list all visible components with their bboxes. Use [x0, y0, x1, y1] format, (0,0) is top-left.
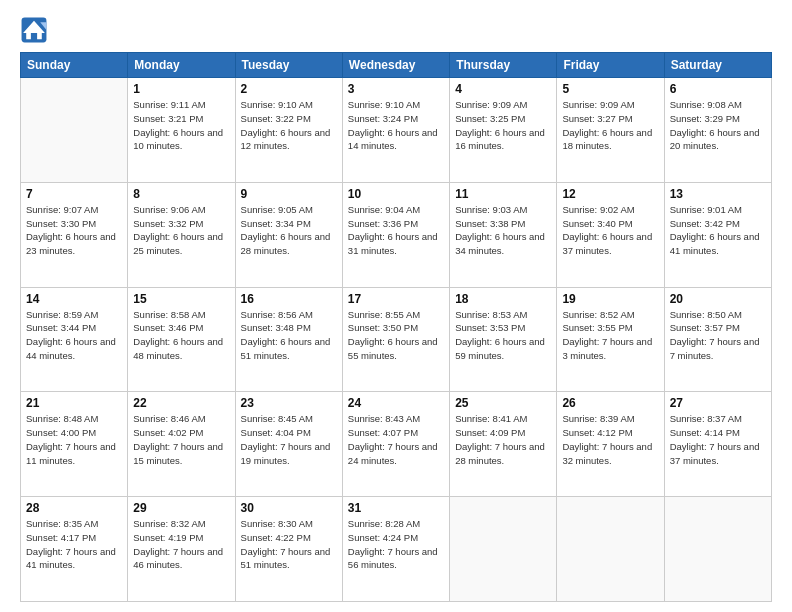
- day-number: 29: [133, 501, 229, 515]
- calendar-cell: 28Sunrise: 8:35 AMSunset: 4:17 PMDayligh…: [21, 497, 128, 602]
- day-number: 9: [241, 187, 337, 201]
- logo: [20, 16, 52, 44]
- day-info: Sunrise: 8:50 AMSunset: 3:57 PMDaylight:…: [670, 308, 766, 363]
- weekday-header: Thursday: [450, 53, 557, 78]
- calendar-cell: 17Sunrise: 8:55 AMSunset: 3:50 PMDayligh…: [342, 287, 449, 392]
- calendar-cell: [664, 497, 771, 602]
- day-info: Sunrise: 8:55 AMSunset: 3:50 PMDaylight:…: [348, 308, 444, 363]
- day-info: Sunrise: 9:10 AMSunset: 3:24 PMDaylight:…: [348, 98, 444, 153]
- day-info: Sunrise: 9:09 AMSunset: 3:25 PMDaylight:…: [455, 98, 551, 153]
- day-info: Sunrise: 8:41 AMSunset: 4:09 PMDaylight:…: [455, 412, 551, 467]
- day-number: 13: [670, 187, 766, 201]
- calendar-cell: 6Sunrise: 9:08 AMSunset: 3:29 PMDaylight…: [664, 78, 771, 183]
- logo-icon: [20, 16, 48, 44]
- calendar-cell: 14Sunrise: 8:59 AMSunset: 3:44 PMDayligh…: [21, 287, 128, 392]
- calendar-cell: 31Sunrise: 8:28 AMSunset: 4:24 PMDayligh…: [342, 497, 449, 602]
- calendar-cell: 8Sunrise: 9:06 AMSunset: 3:32 PMDaylight…: [128, 182, 235, 287]
- calendar-cell: 5Sunrise: 9:09 AMSunset: 3:27 PMDaylight…: [557, 78, 664, 183]
- day-info: Sunrise: 9:09 AMSunset: 3:27 PMDaylight:…: [562, 98, 658, 153]
- calendar-table: SundayMondayTuesdayWednesdayThursdayFrid…: [20, 52, 772, 602]
- calendar-cell: 26Sunrise: 8:39 AMSunset: 4:12 PMDayligh…: [557, 392, 664, 497]
- day-number: 18: [455, 292, 551, 306]
- day-number: 19: [562, 292, 658, 306]
- day-number: 27: [670, 396, 766, 410]
- day-info: Sunrise: 9:07 AMSunset: 3:30 PMDaylight:…: [26, 203, 122, 258]
- day-number: 26: [562, 396, 658, 410]
- day-number: 16: [241, 292, 337, 306]
- day-info: Sunrise: 8:43 AMSunset: 4:07 PMDaylight:…: [348, 412, 444, 467]
- day-info: Sunrise: 8:39 AMSunset: 4:12 PMDaylight:…: [562, 412, 658, 467]
- day-info: Sunrise: 9:11 AMSunset: 3:21 PMDaylight:…: [133, 98, 229, 153]
- day-number: 31: [348, 501, 444, 515]
- calendar-cell: 20Sunrise: 8:50 AMSunset: 3:57 PMDayligh…: [664, 287, 771, 392]
- day-number: 1: [133, 82, 229, 96]
- calendar-cell: 16Sunrise: 8:56 AMSunset: 3:48 PMDayligh…: [235, 287, 342, 392]
- day-info: Sunrise: 8:53 AMSunset: 3:53 PMDaylight:…: [455, 308, 551, 363]
- calendar-cell: 9Sunrise: 9:05 AMSunset: 3:34 PMDaylight…: [235, 182, 342, 287]
- day-number: 30: [241, 501, 337, 515]
- calendar-cell: 27Sunrise: 8:37 AMSunset: 4:14 PMDayligh…: [664, 392, 771, 497]
- page: SundayMondayTuesdayWednesdayThursdayFrid…: [0, 0, 792, 612]
- day-number: 11: [455, 187, 551, 201]
- weekday-header: Friday: [557, 53, 664, 78]
- day-number: 7: [26, 187, 122, 201]
- header: [20, 16, 772, 44]
- day-number: 21: [26, 396, 122, 410]
- day-number: 12: [562, 187, 658, 201]
- calendar-cell: 15Sunrise: 8:58 AMSunset: 3:46 PMDayligh…: [128, 287, 235, 392]
- calendar-cell: 2Sunrise: 9:10 AMSunset: 3:22 PMDaylight…: [235, 78, 342, 183]
- day-number: 25: [455, 396, 551, 410]
- day-info: Sunrise: 8:28 AMSunset: 4:24 PMDaylight:…: [348, 517, 444, 572]
- calendar-cell: 4Sunrise: 9:09 AMSunset: 3:25 PMDaylight…: [450, 78, 557, 183]
- calendar-cell: 25Sunrise: 8:41 AMSunset: 4:09 PMDayligh…: [450, 392, 557, 497]
- day-info: Sunrise: 9:06 AMSunset: 3:32 PMDaylight:…: [133, 203, 229, 258]
- calendar-cell: 18Sunrise: 8:53 AMSunset: 3:53 PMDayligh…: [450, 287, 557, 392]
- day-number: 4: [455, 82, 551, 96]
- day-info: Sunrise: 8:37 AMSunset: 4:14 PMDaylight:…: [670, 412, 766, 467]
- day-number: 5: [562, 82, 658, 96]
- day-info: Sunrise: 9:01 AMSunset: 3:42 PMDaylight:…: [670, 203, 766, 258]
- day-info: Sunrise: 8:58 AMSunset: 3:46 PMDaylight:…: [133, 308, 229, 363]
- calendar-cell: 1Sunrise: 9:11 AMSunset: 3:21 PMDaylight…: [128, 78, 235, 183]
- day-number: 2: [241, 82, 337, 96]
- day-info: Sunrise: 8:32 AMSunset: 4:19 PMDaylight:…: [133, 517, 229, 572]
- weekday-header: Monday: [128, 53, 235, 78]
- day-info: Sunrise: 8:46 AMSunset: 4:02 PMDaylight:…: [133, 412, 229, 467]
- day-number: 10: [348, 187, 444, 201]
- weekday-header: Sunday: [21, 53, 128, 78]
- weekday-header: Saturday: [664, 53, 771, 78]
- calendar-cell: 23Sunrise: 8:45 AMSunset: 4:04 PMDayligh…: [235, 392, 342, 497]
- calendar-cell: 29Sunrise: 8:32 AMSunset: 4:19 PMDayligh…: [128, 497, 235, 602]
- day-number: 20: [670, 292, 766, 306]
- calendar-cell: 11Sunrise: 9:03 AMSunset: 3:38 PMDayligh…: [450, 182, 557, 287]
- calendar-week-row: 14Sunrise: 8:59 AMSunset: 3:44 PMDayligh…: [21, 287, 772, 392]
- day-number: 24: [348, 396, 444, 410]
- day-info: Sunrise: 8:52 AMSunset: 3:55 PMDaylight:…: [562, 308, 658, 363]
- calendar-cell: [21, 78, 128, 183]
- day-number: 23: [241, 396, 337, 410]
- day-info: Sunrise: 8:56 AMSunset: 3:48 PMDaylight:…: [241, 308, 337, 363]
- day-info: Sunrise: 9:03 AMSunset: 3:38 PMDaylight:…: [455, 203, 551, 258]
- calendar-cell: 13Sunrise: 9:01 AMSunset: 3:42 PMDayligh…: [664, 182, 771, 287]
- calendar-cell: 30Sunrise: 8:30 AMSunset: 4:22 PMDayligh…: [235, 497, 342, 602]
- day-number: 8: [133, 187, 229, 201]
- day-number: 28: [26, 501, 122, 515]
- calendar-cell: 3Sunrise: 9:10 AMSunset: 3:24 PMDaylight…: [342, 78, 449, 183]
- day-number: 22: [133, 396, 229, 410]
- day-info: Sunrise: 8:59 AMSunset: 3:44 PMDaylight:…: [26, 308, 122, 363]
- day-info: Sunrise: 9:02 AMSunset: 3:40 PMDaylight:…: [562, 203, 658, 258]
- calendar-cell: 10Sunrise: 9:04 AMSunset: 3:36 PMDayligh…: [342, 182, 449, 287]
- calendar-week-row: 7Sunrise: 9:07 AMSunset: 3:30 PMDaylight…: [21, 182, 772, 287]
- day-number: 6: [670, 82, 766, 96]
- calendar-cell: [450, 497, 557, 602]
- day-info: Sunrise: 8:30 AMSunset: 4:22 PMDaylight:…: [241, 517, 337, 572]
- weekday-header: Tuesday: [235, 53, 342, 78]
- day-info: Sunrise: 8:45 AMSunset: 4:04 PMDaylight:…: [241, 412, 337, 467]
- day-info: Sunrise: 9:05 AMSunset: 3:34 PMDaylight:…: [241, 203, 337, 258]
- day-info: Sunrise: 9:10 AMSunset: 3:22 PMDaylight:…: [241, 98, 337, 153]
- calendar-cell: [557, 497, 664, 602]
- calendar-week-row: 28Sunrise: 8:35 AMSunset: 4:17 PMDayligh…: [21, 497, 772, 602]
- calendar-cell: 24Sunrise: 8:43 AMSunset: 4:07 PMDayligh…: [342, 392, 449, 497]
- calendar-week-row: 21Sunrise: 8:48 AMSunset: 4:00 PMDayligh…: [21, 392, 772, 497]
- day-number: 17: [348, 292, 444, 306]
